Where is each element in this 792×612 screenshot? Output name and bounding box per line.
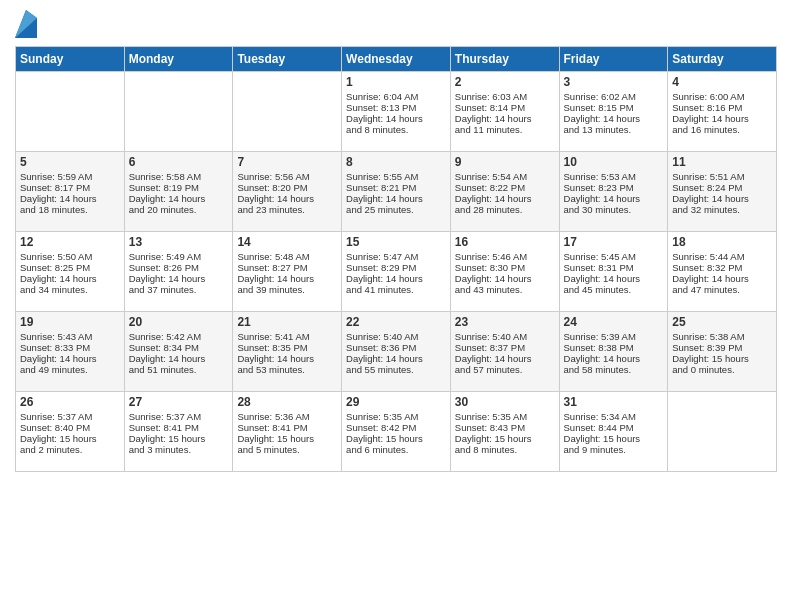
day-number: 20 [129, 315, 229, 329]
calendar-cell: 31Sunrise: 5:34 AMSunset: 8:44 PMDayligh… [559, 392, 668, 472]
calendar-cell: 15Sunrise: 5:47 AMSunset: 8:29 PMDayligh… [342, 232, 451, 312]
cell-text: Daylight: 14 hours [129, 353, 229, 364]
week-row-4: 19Sunrise: 5:43 AMSunset: 8:33 PMDayligh… [16, 312, 777, 392]
cell-text: Daylight: 14 hours [564, 353, 664, 364]
cell-text: Daylight: 14 hours [455, 193, 555, 204]
calendar-cell: 28Sunrise: 5:36 AMSunset: 8:41 PMDayligh… [233, 392, 342, 472]
cell-text: and 51 minutes. [129, 364, 229, 375]
cell-text: Sunset: 8:35 PM [237, 342, 337, 353]
calendar-cell [16, 72, 125, 152]
cell-text: Sunset: 8:20 PM [237, 182, 337, 193]
cell-text: Daylight: 14 hours [455, 273, 555, 284]
cell-text: and 28 minutes. [455, 204, 555, 215]
calendar-cell: 27Sunrise: 5:37 AMSunset: 8:41 PMDayligh… [124, 392, 233, 472]
cell-text: Daylight: 14 hours [346, 193, 446, 204]
calendar-cell: 20Sunrise: 5:42 AMSunset: 8:34 PMDayligh… [124, 312, 233, 392]
calendar-cell: 14Sunrise: 5:48 AMSunset: 8:27 PMDayligh… [233, 232, 342, 312]
cell-text: Sunrise: 5:44 AM [672, 251, 772, 262]
day-number: 5 [20, 155, 120, 169]
cell-text: Daylight: 15 hours [564, 433, 664, 444]
cell-text: and 25 minutes. [346, 204, 446, 215]
day-number: 17 [564, 235, 664, 249]
calendar-table: SundayMondayTuesdayWednesdayThursdayFrid… [15, 46, 777, 472]
cell-text: Sunrise: 5:39 AM [564, 331, 664, 342]
calendar-cell: 6Sunrise: 5:58 AMSunset: 8:19 PMDaylight… [124, 152, 233, 232]
day-number: 7 [237, 155, 337, 169]
cell-text: Sunrise: 5:34 AM [564, 411, 664, 422]
calendar-cell: 3Sunrise: 6:02 AMSunset: 8:15 PMDaylight… [559, 72, 668, 152]
cell-text: Sunset: 8:21 PM [346, 182, 446, 193]
cell-text: Sunrise: 5:48 AM [237, 251, 337, 262]
cell-text: Sunset: 8:42 PM [346, 422, 446, 433]
cell-text: Daylight: 14 hours [564, 273, 664, 284]
calendar-cell: 23Sunrise: 5:40 AMSunset: 8:37 PMDayligh… [450, 312, 559, 392]
calendar-cell [124, 72, 233, 152]
cell-text: Sunrise: 5:38 AM [672, 331, 772, 342]
cell-text: Daylight: 14 hours [237, 273, 337, 284]
cell-text: and 23 minutes. [237, 204, 337, 215]
cell-text: Sunset: 8:38 PM [564, 342, 664, 353]
cell-text: Sunrise: 6:03 AM [455, 91, 555, 102]
day-number: 3 [564, 75, 664, 89]
day-header-sunday: Sunday [16, 47, 125, 72]
cell-text: Daylight: 14 hours [455, 353, 555, 364]
day-number: 26 [20, 395, 120, 409]
cell-text: Sunset: 8:22 PM [455, 182, 555, 193]
calendar-cell: 21Sunrise: 5:41 AMSunset: 8:35 PMDayligh… [233, 312, 342, 392]
calendar-cell: 16Sunrise: 5:46 AMSunset: 8:30 PMDayligh… [450, 232, 559, 312]
day-number: 31 [564, 395, 664, 409]
cell-text: Sunrise: 5:55 AM [346, 171, 446, 182]
cell-text: Sunset: 8:27 PM [237, 262, 337, 273]
cell-text: Daylight: 15 hours [20, 433, 120, 444]
cell-text: Daylight: 14 hours [20, 273, 120, 284]
cell-text: Sunset: 8:30 PM [455, 262, 555, 273]
cell-text: and 3 minutes. [129, 444, 229, 455]
cell-text: Sunrise: 5:37 AM [20, 411, 120, 422]
day-number: 9 [455, 155, 555, 169]
week-row-5: 26Sunrise: 5:37 AMSunset: 8:40 PMDayligh… [16, 392, 777, 472]
cell-text: Daylight: 14 hours [346, 113, 446, 124]
cell-text: Sunset: 8:40 PM [20, 422, 120, 433]
cell-text: Sunrise: 6:04 AM [346, 91, 446, 102]
cell-text: and 32 minutes. [672, 204, 772, 215]
cell-text: and 47 minutes. [672, 284, 772, 295]
cell-text: Sunset: 8:44 PM [564, 422, 664, 433]
day-number: 6 [129, 155, 229, 169]
day-number: 8 [346, 155, 446, 169]
calendar-cell: 10Sunrise: 5:53 AMSunset: 8:23 PMDayligh… [559, 152, 668, 232]
cell-text: Sunrise: 5:49 AM [129, 251, 229, 262]
cell-text: Sunrise: 5:42 AM [129, 331, 229, 342]
week-row-2: 5Sunrise: 5:59 AMSunset: 8:17 PMDaylight… [16, 152, 777, 232]
cell-text: Daylight: 14 hours [564, 193, 664, 204]
day-number: 16 [455, 235, 555, 249]
calendar-cell: 22Sunrise: 5:40 AMSunset: 8:36 PMDayligh… [342, 312, 451, 392]
cell-text: Daylight: 14 hours [129, 273, 229, 284]
calendar-cell [233, 72, 342, 152]
cell-text: and 30 minutes. [564, 204, 664, 215]
week-row-3: 12Sunrise: 5:50 AMSunset: 8:25 PMDayligh… [16, 232, 777, 312]
day-number: 22 [346, 315, 446, 329]
cell-text: Sunrise: 5:51 AM [672, 171, 772, 182]
cell-text: Sunrise: 5:54 AM [455, 171, 555, 182]
day-header-friday: Friday [559, 47, 668, 72]
day-number: 14 [237, 235, 337, 249]
day-number: 27 [129, 395, 229, 409]
cell-text: and 53 minutes. [237, 364, 337, 375]
cell-text: Sunset: 8:36 PM [346, 342, 446, 353]
cell-text: Sunset: 8:31 PM [564, 262, 664, 273]
cell-text: and 18 minutes. [20, 204, 120, 215]
cell-text: Sunset: 8:14 PM [455, 102, 555, 113]
day-number: 4 [672, 75, 772, 89]
calendar-cell: 17Sunrise: 5:45 AMSunset: 8:31 PMDayligh… [559, 232, 668, 312]
cell-text: Sunrise: 5:37 AM [129, 411, 229, 422]
cell-text: Sunset: 8:29 PM [346, 262, 446, 273]
cell-text: and 9 minutes. [564, 444, 664, 455]
day-number: 12 [20, 235, 120, 249]
calendar-cell: 24Sunrise: 5:39 AMSunset: 8:38 PMDayligh… [559, 312, 668, 392]
cell-text: Daylight: 14 hours [564, 113, 664, 124]
cell-text: and 57 minutes. [455, 364, 555, 375]
calendar-cell: 1Sunrise: 6:04 AMSunset: 8:13 PMDaylight… [342, 72, 451, 152]
calendar-cell: 13Sunrise: 5:49 AMSunset: 8:26 PMDayligh… [124, 232, 233, 312]
cell-text: Sunrise: 5:46 AM [455, 251, 555, 262]
header-row: SundayMondayTuesdayWednesdayThursdayFrid… [16, 47, 777, 72]
